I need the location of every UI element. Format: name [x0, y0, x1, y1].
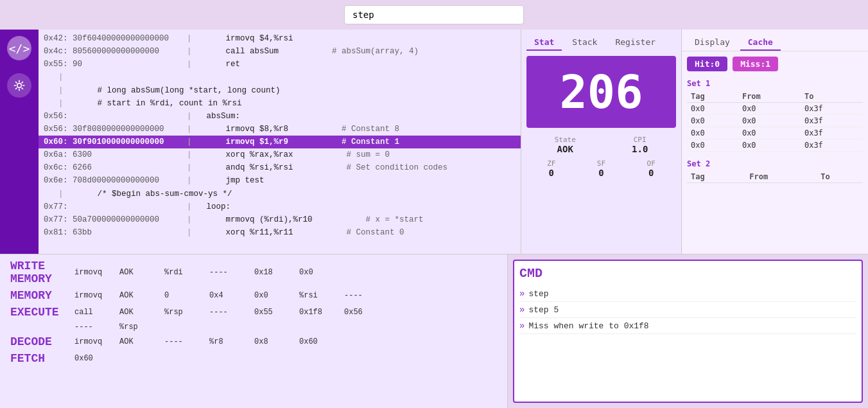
cell-d-6: 0x60	[299, 337, 344, 346]
cell-e-2: AOK	[119, 308, 164, 317]
bug-icon[interactable]	[7, 73, 31, 98]
tab-register[interactable]: Register	[607, 35, 663, 51]
cache-badges: Hit:0 Miss:1	[687, 57, 863, 71]
cmd-panel: CMD » step » step 5 » Miss when write to…	[513, 260, 863, 403]
cell-e-5: 0x55	[254, 308, 299, 317]
cell-d-3: ----	[164, 337, 209, 346]
code-line: 0x4c: 805600000000000000 | call absSum #…	[39, 45, 521, 58]
cell-m-6: %rsi	[299, 291, 344, 300]
zf-value: 0	[547, 168, 555, 178]
cell-esub-1: ----	[74, 323, 119, 332]
cell-e-3: %rsp	[164, 308, 209, 317]
cell-d-1: irmovq	[74, 337, 119, 346]
search-input[interactable]	[344, 5, 524, 24]
cell-m-1: irmovq	[74, 291, 119, 300]
cmd-title: CMD	[519, 266, 856, 281]
col-from2: From	[745, 171, 817, 183]
miss-badge: Miss:1	[733, 57, 778, 71]
code-line: 0x55: 90 | ret	[39, 58, 521, 71]
stat-cpi: CPI 1.0	[632, 136, 648, 154]
cell-d-4: %r8	[209, 337, 254, 346]
of-value: 0	[647, 168, 655, 178]
cache-cell-to: 0x3f	[801, 115, 863, 127]
col-from: From	[738, 91, 801, 103]
cell-d-5: 0x8	[254, 337, 299, 346]
cell-wm-6: 0x0	[299, 268, 344, 277]
cpi-label: CPI	[632, 136, 648, 144]
stage-write: Write	[10, 260, 74, 272]
pipeline-row-execute: Execute call AOK %rsp ---- 0x55 0x1f8 0x…	[10, 306, 497, 319]
cell-wm-5: 0x18	[254, 268, 299, 277]
cache-cell-to: 0x3f	[801, 103, 863, 115]
stage-fetch: Fetch	[10, 352, 74, 365]
sf-label: SF	[597, 159, 605, 168]
stat-big-number: 206	[526, 69, 676, 115]
of-label: OF	[647, 159, 655, 168]
stage-decode: Decode	[10, 335, 74, 348]
col-to: To	[801, 91, 863, 103]
cache-row: 0x00x00x3f	[687, 127, 863, 139]
cmd-text-2: step 5	[528, 305, 559, 315]
stat-state: State AOK	[555, 136, 576, 154]
tab-stack[interactable]: Stack	[564, 35, 605, 51]
cmd-arrow-3: »	[519, 321, 525, 331]
cache-cell-from: 0x0	[738, 103, 801, 115]
code-line: 0x81: 63bb | xorq %r11,%r11 # Constant 0	[39, 226, 521, 239]
cache-cell-tag: 0x0	[687, 115, 738, 127]
cell-wm-4: ----	[209, 268, 254, 277]
flag-of: OF 0	[647, 159, 655, 178]
tab-stat[interactable]: Stat	[526, 35, 562, 51]
tab-display[interactable]: Display	[687, 35, 738, 51]
svg-point-0	[17, 84, 22, 88]
stage-memory: Memory	[10, 289, 74, 302]
cell-e-7: 0x56	[344, 308, 389, 317]
sidebar: </>	[0, 30, 39, 254]
code-line: | # start in %rdi, count in %rsi	[39, 97, 521, 110]
main-layout: </> 0x42: 30f60400000000000000 | irmovq …	[0, 30, 868, 254]
code-line: 0x77: | loop:	[39, 200, 521, 213]
col-tag2: Tag	[687, 171, 745, 183]
cache-tabs: Display Cache	[682, 30, 868, 51]
code-line: 0x6a: 6300 | xorq %rax,%rax # sum = 0	[39, 148, 521, 161]
bottom-section: Write Memory irmovq AOK %rdi ---- 0x18 0…	[0, 254, 868, 408]
cache-cell-to: 0x3f	[801, 139, 863, 152]
cmd-arrow-2: »	[519, 305, 525, 315]
code-line: | /* $begin abs-sum-cmov-ys */	[39, 188, 521, 200]
cell-wm-2: AOK	[119, 268, 164, 277]
cmd-line-1: » step	[519, 286, 856, 302]
set1-label: Set 1	[687, 79, 863, 88]
code-icon[interactable]: </>	[7, 36, 31, 60]
code-panel[interactable]: 0x42: 30f60400000000000000 | irmovq $4,%…	[39, 30, 521, 254]
tab-cache[interactable]: Cache	[740, 35, 781, 51]
state-value: AOK	[555, 144, 576, 154]
cache-table-set2: Tag From To	[687, 171, 863, 183]
stat-big-display: 206	[526, 56, 676, 128]
cell-esub-2: %rsp	[119, 323, 164, 332]
cell-m-7: ----	[344, 291, 389, 300]
pipeline-row-fetch: Fetch 0x60	[10, 352, 497, 365]
top-bar	[0, 0, 868, 30]
cpi-value: 1.0	[632, 144, 648, 154]
flag-zf: ZF 0	[547, 159, 555, 178]
col-tag: Tag	[687, 91, 738, 103]
cell-d-2: AOK	[119, 337, 164, 346]
sf-value: 0	[597, 168, 605, 178]
pipeline-row-execute-sub: ---- %rsp	[10, 323, 497, 332]
code-line: 0x6c: 6266 | andq %rsi,%rsi # Set condit…	[39, 161, 521, 174]
cache-cell-tag: 0x0	[687, 139, 738, 152]
code-line: 0x42: 30f60400000000000000 | irmovq $4,%…	[39, 32, 521, 45]
cell-e-6: 0x1f8	[299, 308, 344, 317]
stat-info-row: State AOK CPI 1.0	[526, 136, 676, 154]
cache-row: 0x00x00x3f	[687, 139, 863, 152]
cmd-text-1: step	[528, 289, 548, 299]
cmd-line-3: » Miss when write to 0x1f8	[519, 318, 856, 334]
cache-content: Hit:0 Miss:1 Set 1 Tag From To 0x00x00x3…	[682, 51, 868, 254]
cache-row: 0x00x00x3f	[687, 103, 863, 115]
stat-flags-row: ZF 0 SF 0 OF 0	[526, 159, 676, 178]
cmd-arrow-1: »	[519, 288, 525, 299]
cell-m-2: AOK	[119, 291, 164, 300]
code-line-highlighted: 0x60: 30f9010000000000000 | irmovq $1,%r…	[39, 136, 521, 148]
stat-content: 206 State AOK CPI 1.0 ZF 0 SF	[521, 51, 681, 254]
cache-cell-from: 0x0	[738, 139, 801, 152]
cache-cell-from: 0x0	[738, 127, 801, 139]
